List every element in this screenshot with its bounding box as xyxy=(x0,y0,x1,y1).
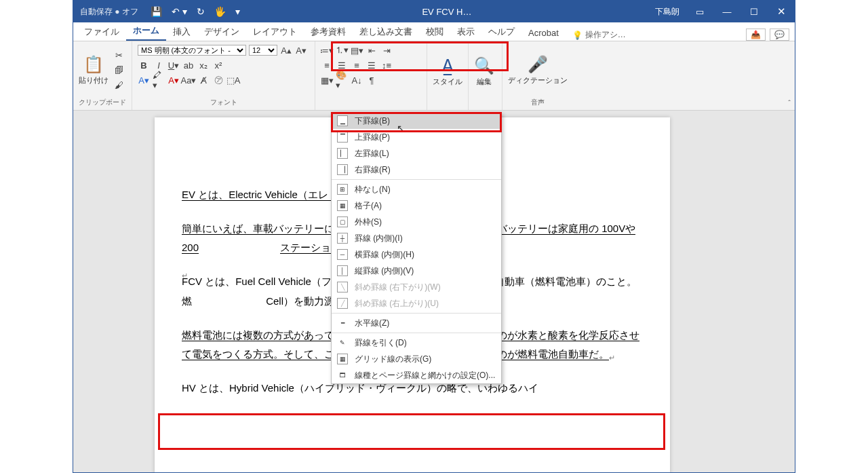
group-styles: A̲スタイル xyxy=(427,41,469,110)
border-right-icon: ▕ xyxy=(337,164,348,175)
font-color-icon[interactable]: A▾ xyxy=(138,74,150,86)
ribbon-display-icon[interactable]: ▭ xyxy=(686,1,713,22)
find-button[interactable]: 🔍編集 xyxy=(474,56,494,87)
ribbon-tabs: ファイル ホーム 挿入 デザイン レイアウト 参考資料 差し込み文書 校閲 表示… xyxy=(73,22,795,41)
menu-bottom-border[interactable]: ▁下罫線(B) xyxy=(332,113,501,129)
group-clipboard: 📋 貼り付け ✂ 🗐 🖌 クリップボード xyxy=(73,41,132,110)
highlight-icon[interactable]: 🖍▾ xyxy=(153,74,165,86)
sort-icon[interactable]: A↓ xyxy=(351,74,363,86)
share-button[interactable]: 📤 xyxy=(746,29,766,41)
clear-format-icon[interactable]: A̸ xyxy=(197,74,210,86)
font-color2-icon[interactable]: A▾ xyxy=(167,74,180,86)
multilevel-icon[interactable]: ▤▾ xyxy=(351,44,363,56)
change-case-icon[interactable]: Aa▾ xyxy=(182,74,195,86)
bullets-icon[interactable]: ≔▾ xyxy=(321,44,333,56)
tab-home[interactable]: ホーム xyxy=(126,22,166,41)
border-diag-up-icon: ╱ xyxy=(337,298,348,309)
app-window: 自動保存 ● オフ 💾 ↶ ▾ ↻ 🖐 ▾ EV FCV H… 下島朗 ▭ — … xyxy=(73,0,795,473)
font-size-select[interactable]: 12 xyxy=(249,45,277,56)
menu-no-border[interactable]: ⊞枠なし(N) xyxy=(332,181,501,197)
group-paragraph: ≔▾ ⒈▾ ▤▾ ⇤ ⇥ ≡ ☰ ≡ ☰ ↕≡ ▦▾ 🎨▾ A↓ xyxy=(315,41,427,110)
bold-icon[interactable]: B xyxy=(138,59,150,71)
document-area[interactable]: ▁下罫線(B) ↖ ▔上罫線(P) ▏左罫線(L) ▕右罫線(R) ⊞枠なし(N… xyxy=(73,111,795,472)
subscript-icon[interactable]: x₂ xyxy=(197,59,210,71)
group-label: フォント xyxy=(138,96,309,107)
inc-indent-icon[interactable]: ⇥ xyxy=(380,44,393,56)
menu-outside-borders[interactable]: ▢外枠(S) xyxy=(332,214,501,230)
copy-icon[interactable]: 🗐 xyxy=(113,64,125,77)
border-top-icon: ▔ xyxy=(337,132,348,143)
justify-icon[interactable]: ☰ xyxy=(366,59,378,71)
shading-icon[interactable]: 🎨▾ xyxy=(336,74,348,86)
tab-help[interactable]: ヘルプ xyxy=(481,23,521,41)
align-right-icon[interactable]: ≡ xyxy=(351,59,363,71)
shrink-font-icon[interactable]: A▾ xyxy=(295,44,307,56)
align-left-icon[interactable]: ≡ xyxy=(321,59,333,71)
menu-inside-vert[interactable]: │縦罫線 (内側)(V) xyxy=(332,263,501,279)
dec-indent-icon[interactable]: ⇤ xyxy=(366,44,378,56)
tell-me-search[interactable]: 💡 操作アシ… xyxy=(566,29,633,41)
borders-dropdown: ▁下罫線(B) ↖ ▔上罫線(P) ▏左罫線(L) ▕右罫線(R) ⊞枠なし(N… xyxy=(331,112,502,384)
tab-references[interactable]: 参考資料 xyxy=(304,23,353,41)
show-marks-icon[interactable]: ¶ xyxy=(366,74,378,86)
settings-icon: 🗔 xyxy=(337,370,348,381)
tab-review[interactable]: 校閲 xyxy=(419,23,450,41)
menu-diag-up[interactable]: ╱斜め罫線 (右上がり)(U) xyxy=(332,295,501,311)
font-name-select[interactable]: MS 明朝 (本文のフォント - xyxy=(138,45,246,56)
char-border-icon[interactable]: ⬚A xyxy=(227,74,239,86)
borders-icon[interactable]: ▦▾ xyxy=(321,74,333,86)
quick-access-toolbar: 💾 ↶ ▾ ↻ 🖐 ▾ xyxy=(145,6,245,17)
group-label xyxy=(321,98,421,107)
menu-inside-horiz[interactable]: ─横罫線 (内側)(H) xyxy=(332,246,501,263)
tab-view[interactable]: 表示 xyxy=(450,23,481,41)
save-icon[interactable]: 💾 xyxy=(151,6,162,17)
search-icon: 🔍 xyxy=(474,56,494,75)
border-inside-h-icon: ─ xyxy=(337,249,348,260)
menu-top-border[interactable]: ▔上罫線(P) xyxy=(332,129,501,145)
collapse-ribbon-icon[interactable]: ˆ xyxy=(788,99,791,107)
tab-insert[interactable]: 挿入 xyxy=(166,23,197,41)
menu-borders-shading[interactable]: 🗔線種とページ罫線と網かけの設定(O)... xyxy=(332,367,501,383)
titlebar: 自動保存 ● オフ 💾 ↶ ▾ ↻ 🖐 ▾ EV FCV H… 下島朗 ▭ — … xyxy=(73,1,795,22)
menu-left-border[interactable]: ▏左罫線(L) xyxy=(332,145,501,162)
tab-mailings[interactable]: 差し込み文書 xyxy=(353,23,419,41)
menu-right-border[interactable]: ▕右罫線(R) xyxy=(332,162,501,178)
undo-icon[interactable]: ↶ ▾ xyxy=(172,6,187,17)
horiz-line-icon: ━ xyxy=(337,318,348,328)
minimize-button[interactable]: — xyxy=(713,1,741,22)
close-button[interactable]: ✕ xyxy=(768,1,795,22)
cut-icon[interactable]: ✂ xyxy=(113,50,125,62)
tab-acrobat[interactable]: Acrobat xyxy=(521,25,566,41)
touch-mode-icon[interactable]: 🖐 xyxy=(214,6,226,17)
underline-icon[interactable]: U▾ xyxy=(167,59,180,71)
tab-layout[interactable]: レイアウト xyxy=(246,23,304,41)
superscript-icon[interactable]: x² xyxy=(212,59,224,71)
line-spacing-icon[interactable]: ↕≡ xyxy=(380,59,393,71)
format-painter-icon[interactable]: 🖌 xyxy=(113,79,125,92)
comments-button[interactable]: 💬 xyxy=(770,29,789,41)
pencil-icon: ✎ xyxy=(337,337,348,348)
tab-file[interactable]: ファイル xyxy=(77,23,126,41)
border-left-icon: ▏ xyxy=(337,148,348,159)
redo-icon[interactable]: ↻ xyxy=(197,6,205,17)
tab-design[interactable]: デザイン xyxy=(197,23,246,41)
user-name[interactable]: 下島朗 xyxy=(648,6,686,18)
phonetic-icon[interactable]: ㋐ xyxy=(212,74,224,86)
numbering-icon[interactable]: ⒈▾ xyxy=(336,44,348,56)
group-voice: 🎤ディクテーション 音声 xyxy=(502,41,573,110)
menu-all-borders[interactable]: ▦格子(A) xyxy=(332,197,501,214)
qat-more-icon[interactable]: ▾ xyxy=(235,6,240,17)
dictate-button[interactable]: 🎤ディクテーション xyxy=(508,55,568,86)
grow-font-icon[interactable]: A▴ xyxy=(280,44,292,56)
menu-gridlines[interactable]: ▦グリッド線の表示(G) xyxy=(332,351,501,367)
border-inside-v-icon: │ xyxy=(337,265,348,276)
menu-horiz-line[interactable]: ━水平線(Z) xyxy=(332,315,501,331)
menu-diag-down[interactable]: ╲斜め罫線 (右下がり)(W) xyxy=(332,279,501,295)
maximize-button[interactable]: ☐ xyxy=(741,1,768,22)
menu-inside-borders[interactable]: ┼罫線 (内側)(I) xyxy=(332,230,501,246)
styles-button[interactable]: A̲スタイル xyxy=(433,56,462,87)
strikethrough-icon[interactable]: ab xyxy=(182,59,195,71)
autosave-toggle[interactable]: 自動保存 ● オフ xyxy=(73,6,145,18)
menu-draw-table[interactable]: ✎罫線を引く(D) xyxy=(332,335,501,351)
paste-button[interactable]: 📋 貼り付け xyxy=(79,55,108,86)
